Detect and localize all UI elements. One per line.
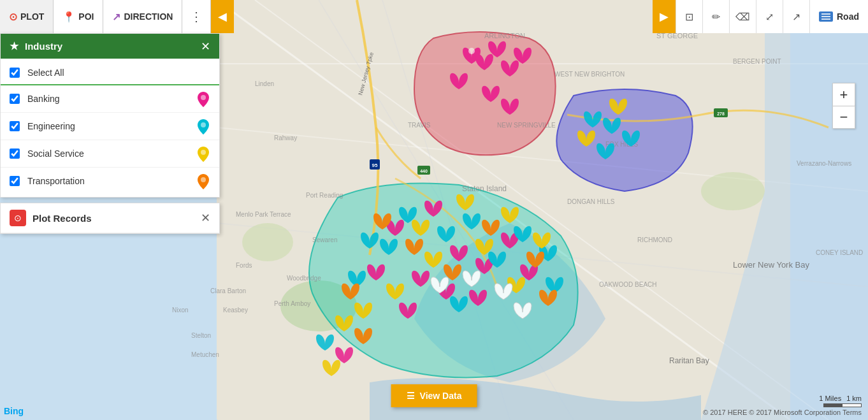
industry-title: Industry (25, 41, 201, 52)
direction-button[interactable]: ↗ DIRECTION (103, 0, 182, 33)
svg-text:440: 440 (420, 169, 428, 173)
svg-text:Woodbridge: Woodbridge (287, 275, 321, 282)
engineering-pin (196, 118, 210, 134)
engineering-label: Engineering (27, 121, 196, 131)
svg-point-52 (201, 95, 206, 100)
left-panels: ★ Industry ✕ Select All Banking (0, 33, 220, 234)
view-data-label: View Data (420, 391, 462, 401)
svg-text:RICHMOND: RICHMOND (637, 236, 672, 243)
plot-icon: ⊙ (9, 11, 17, 23)
transportation-item[interactable]: Transportation (1, 168, 219, 194)
right-toolbar: ▶ ⊡ ✏ ⌫ ⤢ ↗ Road (653, 0, 868, 33)
plot-panel: ⊙ Plot Records ✕ (0, 203, 220, 234)
social-service-item[interactable]: Social Service (1, 140, 219, 168)
poi-label: POI (78, 11, 94, 22)
eraser-tool-button[interactable]: ⌫ (729, 0, 756, 33)
svg-text:Verrazano-Narrows: Verrazano-Narrows (797, 160, 851, 167)
direction-icon: ↗ (112, 11, 120, 23)
svg-text:DONGAN HILLS: DONGAN HILLS (567, 198, 615, 205)
svg-point-11 (701, 172, 765, 210)
industry-panel: ★ Industry ✕ Select All Banking (0, 33, 220, 198)
engineering-item[interactable]: Engineering (1, 113, 219, 140)
svg-point-47 (468, 48, 475, 54)
banking-item[interactable]: Banking (1, 85, 219, 113)
banking-pin (196, 91, 210, 107)
select-icon: ⊡ (685, 11, 693, 23)
fullscreen-tool-button[interactable]: ⤢ (756, 0, 783, 33)
select-all-label: Select All (27, 68, 210, 78)
svg-text:OAKWOOD BEACH: OAKWOOD BEACH (599, 281, 657, 288)
scale-bar: 1 Miles 1 km (819, 395, 862, 407)
view-data-button[interactable]: ☰ View Data (391, 384, 477, 407)
copyright: © 2017 HERE © 2017 Microsoft Corporation… (703, 409, 862, 416)
zoom-out-button[interactable]: − (832, 106, 855, 129)
social-service-pin (196, 145, 210, 162)
svg-text:278: 278 (717, 112, 725, 116)
scale-miles: 1 Miles (819, 395, 841, 402)
svg-text:TRAVIS: TRAVIS (408, 122, 431, 129)
bing-logo: Bing (4, 406, 24, 416)
svg-text:Rahway: Rahway (274, 134, 297, 141)
dots-icon: ⋮ (190, 9, 203, 24)
svg-text:Clara Barton: Clara Barton (210, 287, 246, 294)
select-all-item[interactable]: Select All (1, 61, 219, 85)
social-service-checkbox[interactable] (10, 148, 20, 159)
banking-checkbox[interactable] (10, 94, 20, 104)
industry-list: Select All Banking Engineering (1, 59, 219, 197)
plot-label: PLOT (20, 11, 44, 22)
more-options-button[interactable]: ⋮ (182, 0, 211, 33)
plot-button[interactable]: ⊙ PLOT (0, 0, 54, 33)
industry-panel-header: ★ Industry ✕ (1, 34, 219, 59)
plot-close-button[interactable]: ✕ (201, 211, 210, 225)
svg-point-55 (201, 177, 206, 182)
bing-text: Bing (4, 406, 24, 416)
direction-label: DIRECTION (124, 11, 173, 22)
svg-text:Lower New York Bay: Lower New York Bay (733, 260, 809, 270)
engineering-checkbox[interactable] (10, 121, 20, 131)
collapse-button[interactable]: ◀ (211, 0, 234, 33)
social-service-label: Social Service (27, 148, 196, 159)
svg-text:CONEY ISLAND: CONEY ISLAND (816, 249, 863, 256)
plot-panel-header: ⊙ Plot Records ✕ (1, 203, 219, 233)
poi-icon: 📍 (62, 11, 75, 23)
svg-point-10 (242, 223, 293, 261)
zoom-in-button[interactable]: + (832, 83, 855, 106)
plot-records-title: Plot Records (33, 213, 201, 224)
svg-text:NEW SPRINGVILLE: NEW SPRINGVILLE (497, 122, 556, 129)
transportation-checkbox[interactable] (10, 176, 20, 186)
select-all-checkbox[interactable] (10, 68, 20, 78)
svg-text:Raritan Bay: Raritan Bay (669, 356, 709, 365)
svg-rect-51 (821, 18, 830, 20)
road-label: Road (837, 11, 859, 22)
expand-icon: ▶ (660, 10, 669, 24)
fullscreen-icon: ⤢ (765, 11, 774, 23)
svg-text:Menlo Park Terrace: Menlo Park Terrace (236, 211, 291, 218)
svg-point-54 (201, 150, 206, 155)
svg-text:Fords: Fords (236, 262, 252, 269)
transportation-label: Transportation (27, 176, 196, 186)
select-tool-button[interactable]: ⊡ (676, 0, 702, 33)
eraser-icon: ⌫ (735, 11, 750, 23)
svg-text:Keasbey: Keasbey (223, 307, 248, 314)
industry-close-button[interactable]: ✕ (201, 41, 210, 52)
road-button[interactable]: Road (809, 0, 868, 33)
transportation-pin (196, 173, 210, 189)
poi-button[interactable]: 📍 POI (54, 0, 103, 33)
pencil-icon: ✏ (712, 11, 720, 23)
zoom-controls: + − (832, 83, 855, 129)
copyright-text: © 2017 HERE © 2017 Microsoft Corporation… (703, 409, 862, 416)
svg-text:Perth Amboy: Perth Amboy (274, 300, 310, 307)
svg-text:WEST NEW BRIGHTON: WEST NEW BRIGHTON (554, 71, 625, 78)
toolbar: ⊙ PLOT 📍 POI ↗ DIRECTION ⋮ ◀ (0, 0, 234, 33)
share-tool-button[interactable]: ↗ (783, 0, 809, 33)
expand-button[interactable]: ▶ (653, 0, 676, 33)
svg-text:Staten Island: Staten Island (462, 184, 507, 193)
banking-label: Banking (27, 94, 196, 104)
pencil-tool-button[interactable]: ✏ (702, 0, 729, 33)
svg-text:Stelton: Stelton (191, 332, 211, 339)
svg-text:Nixon: Nixon (172, 307, 189, 314)
road-map-icon (819, 11, 833, 22)
svg-text:95: 95 (372, 163, 378, 168)
svg-text:ARLINGTON: ARLINGTON (484, 32, 525, 40)
star-icon: ★ (10, 40, 18, 52)
